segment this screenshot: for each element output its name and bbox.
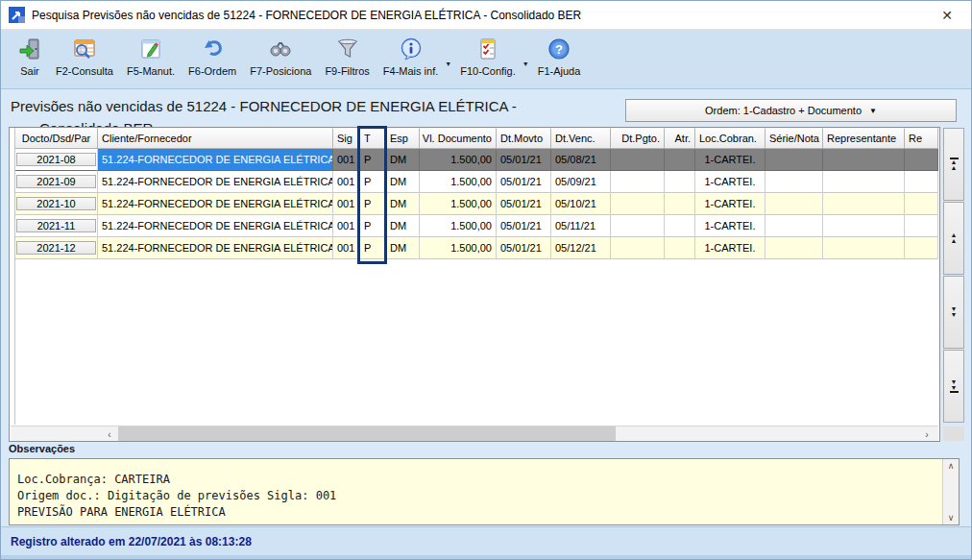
table-cell-serie[interactable]	[765, 237, 823, 259]
column-header-docto[interactable]: Docto/Dsd/Par	[15, 128, 98, 149]
table-row[interactable]: 2021-1051.224-FORNECEDOR DE ENERGIA ELÉT…	[15, 193, 939, 215]
table-cell-venc[interactable]: 05/09/21	[551, 171, 611, 193]
scroll-up-icon[interactable]: ∧	[943, 461, 959, 471]
table-cell-repr[interactable]	[823, 215, 905, 237]
table-cell-pgto[interactable]	[611, 237, 665, 259]
table-cell-loc[interactable]: 1-CARTEI.	[695, 193, 765, 215]
table-cell-vl[interactable]: 1.500,00	[420, 215, 497, 237]
f5-manut-button[interactable]: F5-Manut.	[120, 34, 182, 79]
table-cell-esp[interactable]: DM	[386, 171, 420, 193]
table-cell-sig[interactable]: 001	[333, 215, 360, 237]
table-cell-vl[interactable]: 1.500,00	[420, 237, 497, 259]
column-header-loc-cobran[interactable]: Loc.Cobran.	[695, 128, 765, 149]
scroll-left-icon[interactable]: ‹	[102, 426, 117, 442]
table-cell-movto[interactable]: 05/01/21	[497, 215, 551, 237]
table-cell-esp[interactable]: DM	[386, 215, 420, 237]
column-header-dt-movto[interactable]: Dt.Movto	[497, 128, 551, 149]
table-cell-movto[interactable]: 05/01/21	[497, 149, 551, 171]
table-cell-esp[interactable]: DM	[386, 237, 420, 259]
ordem-dropdown-button[interactable]: Ordem: 1-Cadastro + Documento ▼	[625, 99, 957, 122]
f1-ajuda-button[interactable]: ? F1-Ajuda	[531, 34, 588, 79]
table-cell-serie[interactable]	[765, 149, 823, 171]
table-cell-vl[interactable]: 1.500,00	[420, 149, 497, 171]
table-cell-pgto[interactable]	[611, 215, 665, 237]
sair-button[interactable]: Sair	[11, 34, 49, 79]
table-cell-re[interactable]	[905, 237, 938, 259]
docto-row-button[interactable]: 2021-12	[16, 241, 96, 255]
row-docto-button-cell[interactable]: 2021-08	[15, 149, 98, 171]
table-cell-sig[interactable]: 001	[333, 149, 360, 171]
f9-filtros-button[interactable]: F9-Filtros	[318, 34, 376, 79]
column-header-vl-documento[interactable]: Vl. Documento	[420, 128, 497, 149]
table-cell-sig[interactable]: 001	[333, 193, 360, 215]
close-button[interactable]: ✕	[931, 2, 963, 29]
table-cell-venc[interactable]: 05/11/21	[551, 215, 611, 237]
mais-inf-dropdown-arrow[interactable]: ▼	[445, 61, 451, 67]
table-cell-serie[interactable]	[765, 215, 823, 237]
page-down-button[interactable]: ▼▼	[943, 276, 964, 349]
table-cell-movto[interactable]: 05/01/21	[497, 171, 551, 193]
page-up-button[interactable]: ▲▲	[943, 202, 964, 275]
table-cell-movto[interactable]: 05/01/21	[497, 237, 551, 259]
table-cell-cliente[interactable]: 51.224-FORNECEDOR DE ENERGIA ELÉTRICA	[98, 149, 333, 171]
column-header-serie-nota[interactable]: Série/Nota	[765, 128, 823, 149]
horizontal-scrollbar[interactable]: ‹ ›	[11, 426, 938, 441]
table-cell-cliente[interactable]: 51.224-FORNECEDOR DE ENERGIA ELÉTRICA	[98, 215, 333, 237]
table-cell-t[interactable]: P	[360, 237, 386, 259]
table-cell-cliente[interactable]: 51.224-FORNECEDOR DE ENERGIA ELÉTRICA	[98, 237, 333, 259]
f10-config-button[interactable]: F10-Config.	[453, 34, 522, 79]
table-cell-repr[interactable]	[823, 171, 905, 193]
column-header-representante[interactable]: Representante	[823, 128, 905, 149]
table-cell-t[interactable]: P	[360, 215, 386, 237]
column-header-cliente[interactable]: Cliente/Fornecedor	[98, 128, 333, 149]
f7-posiciona-button[interactable]: F7-Posiciona	[243, 34, 318, 79]
table-cell-loc[interactable]: 1-CARTEI.	[695, 149, 765, 171]
table-cell-serie[interactable]	[765, 171, 823, 193]
table-cell-vl[interactable]: 1.500,00	[420, 171, 497, 193]
table-cell-pgto[interactable]	[611, 193, 665, 215]
table-cell-atr[interactable]	[665, 149, 695, 171]
row-docto-button-cell[interactable]: 2021-10	[15, 193, 98, 215]
table-cell-repr[interactable]	[823, 237, 905, 259]
horizontal-scrollbar-thumb[interactable]	[118, 426, 616, 442]
docto-row-button[interactable]: 2021-08	[16, 153, 96, 166]
config-dropdown-arrow[interactable]: ▼	[522, 61, 529, 67]
column-header-dt-venc[interactable]: Dt.Venc.	[551, 128, 611, 149]
scroll-to-first-button[interactable]: ▲▲	[943, 128, 964, 201]
table-cell-movto[interactable]: 05/01/21	[497, 193, 551, 215]
table-cell-t[interactable]: P	[360, 149, 386, 171]
table-cell-venc[interactable]: 05/08/21	[551, 149, 611, 171]
table-cell-venc[interactable]: 05/10/21	[551, 193, 611, 215]
table-cell-repr[interactable]	[823, 149, 905, 171]
row-docto-button-cell[interactable]: 2021-09	[15, 171, 98, 193]
table-cell-t[interactable]: P	[360, 171, 386, 193]
column-header-t[interactable]: T	[360, 128, 386, 149]
table-cell-sig[interactable]: 001	[333, 171, 360, 193]
table-cell-cliente[interactable]: 51.224-FORNECEDOR DE ENERGIA ELÉTRICA	[98, 171, 333, 193]
row-docto-button-cell[interactable]: 2021-12	[15, 237, 98, 259]
table-cell-repr[interactable]	[823, 193, 905, 215]
table-cell-sig[interactable]: 001	[333, 237, 360, 259]
row-docto-button-cell[interactable]: 2021-11	[15, 215, 98, 237]
column-header-atr[interactable]: Atr.	[665, 128, 695, 149]
scroll-down-icon[interactable]: ∨	[943, 513, 959, 523]
docto-row-button[interactable]: 2021-09	[16, 175, 96, 188]
table-cell-atr[interactable]	[665, 171, 695, 193]
observacoes-box[interactable]: Loc.Cobrança: CARTEIRA Origem doc.: Digi…	[9, 458, 960, 525]
table-cell-loc[interactable]: 1-CARTEI.	[695, 237, 765, 259]
column-header-esp[interactable]: Esp	[386, 128, 420, 149]
observacoes-scrollbar[interactable]: ∧ ∨	[942, 459, 959, 524]
table-cell-loc[interactable]: 1-CARTEI.	[695, 171, 765, 193]
column-header-re[interactable]: Re	[905, 128, 938, 149]
table-cell-t[interactable]: P	[360, 193, 386, 215]
table-cell-re[interactable]	[905, 171, 938, 193]
table-cell-pgto[interactable]	[611, 171, 665, 193]
table-cell-atr[interactable]	[665, 193, 695, 215]
table-cell-vl[interactable]: 1.500,00	[420, 193, 497, 215]
scroll-right-icon[interactable]: ›	[919, 426, 935, 442]
table-cell-serie[interactable]	[765, 193, 823, 215]
table-cell-venc[interactable]: 05/12/21	[551, 237, 611, 259]
table-cell-re[interactable]	[905, 215, 938, 237]
table-cell-atr[interactable]	[665, 215, 695, 237]
table-cell-pgto[interactable]	[611, 149, 665, 171]
